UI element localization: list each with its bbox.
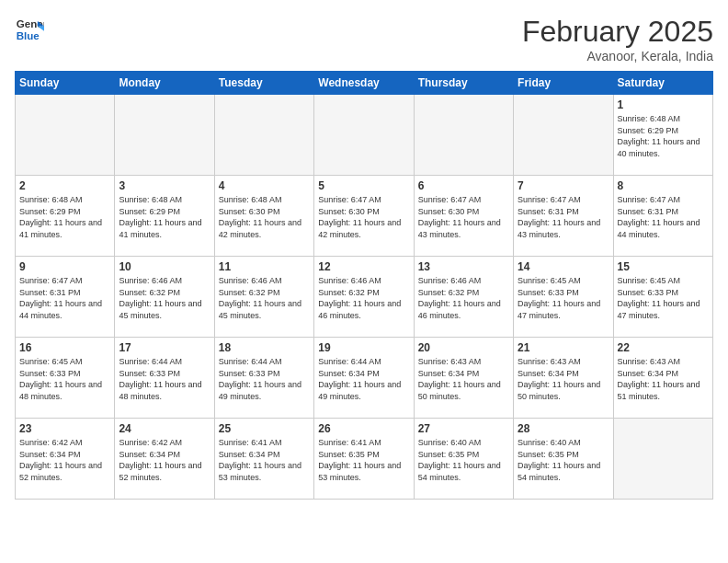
- calendar-cell: 25Sunrise: 6:41 AM Sunset: 6:34 PM Dayli…: [214, 419, 313, 500]
- weekday-header: Wednesday: [314, 72, 414, 95]
- day-info: Sunrise: 6:47 AM Sunset: 6:31 PM Dayligh…: [19, 275, 110, 321]
- day-info: Sunrise: 6:47 AM Sunset: 6:30 PM Dayligh…: [318, 194, 409, 240]
- calendar-cell: 20Sunrise: 6:43 AM Sunset: 6:34 PM Dayli…: [414, 338, 513, 419]
- day-number: 15: [618, 260, 709, 273]
- day-info: Sunrise: 6:43 AM Sunset: 6:34 PM Dayligh…: [618, 356, 709, 402]
- title-block: February 2025 Avanoor, Kerala, India: [522, 15, 713, 63]
- location-subtitle: Avanoor, Kerala, India: [522, 49, 713, 63]
- day-number: 12: [318, 260, 409, 273]
- day-number: 5: [318, 179, 409, 192]
- calendar-week-row: 9Sunrise: 6:47 AM Sunset: 6:31 PM Daylig…: [16, 257, 713, 338]
- calendar-cell: 22Sunrise: 6:43 AM Sunset: 6:34 PM Dayli…: [613, 338, 712, 419]
- month-title: February 2025: [522, 15, 713, 49]
- weekday-header-row: SundayMondayTuesdayWednesdayThursdayFrid…: [16, 72, 713, 95]
- calendar-cell: 1Sunrise: 6:48 AM Sunset: 6:29 PM Daylig…: [613, 95, 712, 176]
- day-info: Sunrise: 6:42 AM Sunset: 6:34 PM Dayligh…: [19, 437, 110, 483]
- day-info: Sunrise: 6:44 AM Sunset: 6:33 PM Dayligh…: [119, 356, 210, 402]
- calendar-cell: 26Sunrise: 6:41 AM Sunset: 6:35 PM Dayli…: [314, 419, 414, 500]
- day-number: 3: [119, 179, 210, 192]
- calendar-cell: [115, 95, 214, 176]
- weekday-header: Thursday: [414, 72, 513, 95]
- day-number: 10: [119, 260, 210, 273]
- day-info: Sunrise: 6:46 AM Sunset: 6:32 PM Dayligh…: [418, 275, 509, 321]
- day-info: Sunrise: 6:48 AM Sunset: 6:29 PM Dayligh…: [119, 194, 210, 240]
- calendar-cell: 17Sunrise: 6:44 AM Sunset: 6:33 PM Dayli…: [115, 338, 214, 419]
- calendar-cell: 27Sunrise: 6:40 AM Sunset: 6:35 PM Dayli…: [414, 419, 513, 500]
- day-info: Sunrise: 6:44 AM Sunset: 6:34 PM Dayligh…: [318, 356, 409, 402]
- day-number: 25: [219, 422, 310, 435]
- day-number: 17: [119, 341, 210, 354]
- calendar-cell: [214, 95, 313, 176]
- day-info: Sunrise: 6:47 AM Sunset: 6:31 PM Dayligh…: [618, 194, 709, 240]
- calendar-cell: 15Sunrise: 6:45 AM Sunset: 6:33 PM Dayli…: [613, 257, 712, 338]
- day-info: Sunrise: 6:43 AM Sunset: 6:34 PM Dayligh…: [418, 356, 509, 402]
- calendar-cell: 23Sunrise: 6:42 AM Sunset: 6:34 PM Dayli…: [16, 419, 115, 500]
- calendar-cell: 16Sunrise: 6:45 AM Sunset: 6:33 PM Dayli…: [16, 338, 115, 419]
- day-info: Sunrise: 6:40 AM Sunset: 6:35 PM Dayligh…: [518, 437, 609, 483]
- calendar-cell: 2Sunrise: 6:48 AM Sunset: 6:29 PM Daylig…: [16, 176, 115, 257]
- day-number: 13: [418, 260, 509, 273]
- day-info: Sunrise: 6:42 AM Sunset: 6:34 PM Dayligh…: [119, 437, 210, 483]
- calendar-cell: 4Sunrise: 6:48 AM Sunset: 6:30 PM Daylig…: [214, 176, 313, 257]
- day-number: 27: [418, 422, 509, 435]
- day-info: Sunrise: 6:48 AM Sunset: 6:29 PM Dayligh…: [19, 194, 110, 240]
- calendar-cell: 12Sunrise: 6:46 AM Sunset: 6:32 PM Dayli…: [314, 257, 414, 338]
- weekday-header: Tuesday: [214, 72, 313, 95]
- calendar-cell: 21Sunrise: 6:43 AM Sunset: 6:34 PM Dayli…: [514, 338, 613, 419]
- day-number: 28: [518, 422, 609, 435]
- day-number: 1: [618, 98, 709, 111]
- calendar-cell: [613, 419, 712, 500]
- day-number: 4: [219, 179, 310, 192]
- calendar-week-row: 16Sunrise: 6:45 AM Sunset: 6:33 PM Dayli…: [16, 338, 713, 419]
- calendar-cell: [314, 95, 414, 176]
- weekday-header: Friday: [514, 72, 613, 95]
- day-number: 9: [19, 260, 110, 273]
- calendar-cell: [514, 95, 613, 176]
- day-info: Sunrise: 6:48 AM Sunset: 6:30 PM Dayligh…: [219, 194, 310, 240]
- calendar-cell: 28Sunrise: 6:40 AM Sunset: 6:35 PM Dayli…: [514, 419, 613, 500]
- logo: General Blue: [15, 15, 44, 44]
- day-info: Sunrise: 6:47 AM Sunset: 6:30 PM Dayligh…: [418, 194, 509, 240]
- day-info: Sunrise: 6:47 AM Sunset: 6:31 PM Dayligh…: [518, 194, 609, 240]
- page-header: General Blue February 2025 Avanoor, Kera…: [15, 15, 713, 63]
- day-number: 16: [19, 341, 110, 354]
- day-info: Sunrise: 6:40 AM Sunset: 6:35 PM Dayligh…: [418, 437, 509, 483]
- weekday-header: Sunday: [16, 72, 115, 95]
- day-number: 7: [518, 179, 609, 192]
- calendar-cell: [414, 95, 513, 176]
- day-info: Sunrise: 6:41 AM Sunset: 6:34 PM Dayligh…: [219, 437, 310, 483]
- calendar-cell: 7Sunrise: 6:47 AM Sunset: 6:31 PM Daylig…: [514, 176, 613, 257]
- day-number: 23: [19, 422, 110, 435]
- day-number: 18: [219, 341, 310, 354]
- calendar-cell: 14Sunrise: 6:45 AM Sunset: 6:33 PM Dayli…: [514, 257, 613, 338]
- calendar-table: SundayMondayTuesdayWednesdayThursdayFrid…: [15, 71, 713, 500]
- calendar-week-row: 2Sunrise: 6:48 AM Sunset: 6:29 PM Daylig…: [16, 176, 713, 257]
- day-number: 14: [518, 260, 609, 273]
- day-number: 24: [119, 422, 210, 435]
- day-info: Sunrise: 6:45 AM Sunset: 6:33 PM Dayligh…: [618, 275, 709, 321]
- day-number: 6: [418, 179, 509, 192]
- calendar-cell: 6Sunrise: 6:47 AM Sunset: 6:30 PM Daylig…: [414, 176, 513, 257]
- calendar-cell: 24Sunrise: 6:42 AM Sunset: 6:34 PM Dayli…: [115, 419, 214, 500]
- calendar-cell: 11Sunrise: 6:46 AM Sunset: 6:32 PM Dayli…: [214, 257, 313, 338]
- calendar-week-row: 23Sunrise: 6:42 AM Sunset: 6:34 PM Dayli…: [16, 419, 713, 500]
- day-info: Sunrise: 6:41 AM Sunset: 6:35 PM Dayligh…: [318, 437, 409, 483]
- logo-icon: General Blue: [15, 15, 44, 44]
- calendar-cell: 8Sunrise: 6:47 AM Sunset: 6:31 PM Daylig…: [613, 176, 712, 257]
- day-number: 22: [618, 341, 709, 354]
- day-info: Sunrise: 6:43 AM Sunset: 6:34 PM Dayligh…: [518, 356, 609, 402]
- calendar-week-row: 1Sunrise: 6:48 AM Sunset: 6:29 PM Daylig…: [16, 95, 713, 176]
- calendar-cell: 5Sunrise: 6:47 AM Sunset: 6:30 PM Daylig…: [314, 176, 414, 257]
- day-info: Sunrise: 6:46 AM Sunset: 6:32 PM Dayligh…: [318, 275, 409, 321]
- day-number: 2: [19, 179, 110, 192]
- svg-text:Blue: Blue: [17, 30, 40, 41]
- day-number: 20: [418, 341, 509, 354]
- day-number: 19: [318, 341, 409, 354]
- day-info: Sunrise: 6:45 AM Sunset: 6:33 PM Dayligh…: [19, 356, 110, 402]
- weekday-header: Monday: [115, 72, 214, 95]
- day-number: 26: [318, 422, 409, 435]
- calendar-cell: 9Sunrise: 6:47 AM Sunset: 6:31 PM Daylig…: [16, 257, 115, 338]
- day-info: Sunrise: 6:46 AM Sunset: 6:32 PM Dayligh…: [219, 275, 310, 321]
- calendar-cell: 10Sunrise: 6:46 AM Sunset: 6:32 PM Dayli…: [115, 257, 214, 338]
- day-info: Sunrise: 6:46 AM Sunset: 6:32 PM Dayligh…: [119, 275, 210, 321]
